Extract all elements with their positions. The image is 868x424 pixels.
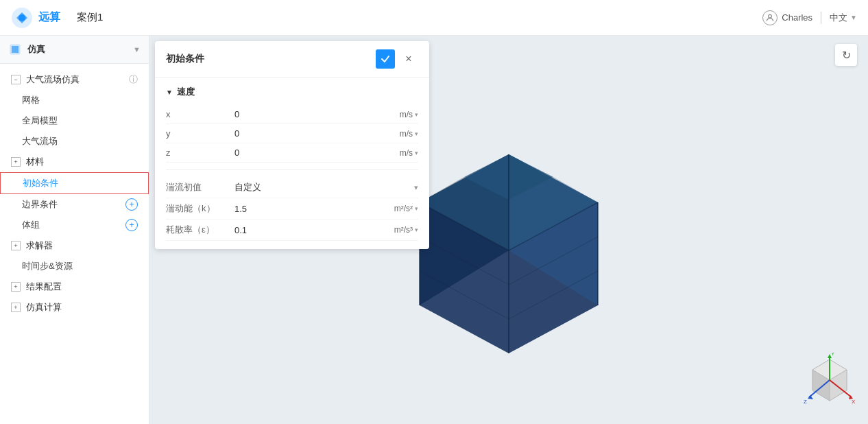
sidebar-item-label: 全局模型 — [22, 115, 58, 127]
field-row-z: z 0 m/s ▾ — [166, 143, 418, 163]
case-title: 案例1 — [77, 11, 103, 24]
field-value-x[interactable]: 0 — [234, 109, 400, 119]
field-label-k: 湍动能（k） — [166, 202, 234, 215]
panel-close-button[interactable]: × — [399, 49, 418, 69]
axis-cube-svg: Y Z X — [802, 353, 857, 408]
sidebar-item-initial-conditions[interactable]: 初始条件 — [0, 172, 149, 194]
field-label-epsilon: 耗散率（ε） — [166, 224, 234, 236]
close-icon: × — [405, 53, 411, 65]
sidebar-item-material[interactable]: + 材料 — [0, 152, 149, 172]
sidebar-item-solver[interactable]: + 求解器 — [0, 235, 149, 256]
sidebar-item-atm-flow[interactable]: 大气流场 — [0, 131, 149, 152]
add-boundary-icon[interactable]: + — [125, 198, 138, 211]
section-divider — [166, 169, 418, 170]
language-selector[interactable]: 中文 ▼ — [830, 12, 857, 24]
unit-text-epsilon: m²/s³ — [394, 225, 413, 235]
sidebar-item-sim-calc[interactable]: + 仿真计算 — [0, 297, 149, 318]
unit-text-y: m/s — [400, 129, 413, 139]
svg-text:Y: Y — [831, 353, 835, 357]
sidebar-item-label: 时间步&资源 — [22, 260, 73, 272]
svg-rect-4 — [12, 46, 19, 53]
expand-icon: + — [11, 282, 21, 292]
language-label: 中文 — [830, 12, 847, 24]
sidebar-cube-icon — [8, 43, 22, 56]
sidebar-item-label: 结果配置 — [26, 281, 62, 293]
field-label-z: z — [166, 148, 234, 158]
sidebar-item-global-model[interactable]: 全局模型 — [0, 110, 149, 131]
expand-icon: + — [11, 241, 21, 250]
sidebar-title: 仿真 — [27, 43, 128, 56]
check-icon — [381, 54, 390, 64]
field-row-k: 湍动能（k） 1.5 m²/s² ▾ — [166, 198, 418, 220]
sidebar-header: 仿真 ▼ — [0, 36, 149, 64]
expand-icon: + — [11, 157, 21, 167]
sidebar-item-label: 仿真计算 — [26, 301, 62, 314]
unit-chevron-k: ▾ — [415, 205, 418, 212]
svg-text:X: X — [852, 399, 856, 405]
field-unit-x[interactable]: m/s ▾ — [400, 110, 418, 119]
field-value-y[interactable]: 0 — [234, 128, 400, 139]
sidebar-item-result-config[interactable]: + 结果配置 — [0, 276, 149, 297]
unit-text-z: m/s — [400, 148, 413, 158]
field-label-x: x — [166, 109, 234, 119]
user-name: Charles — [782, 12, 812, 23]
turbulence-value[interactable]: 自定义 — [234, 181, 414, 193]
svg-point-2 — [769, 14, 772, 18]
header-divider — [821, 12, 821, 24]
chevron-icon: ▼ — [166, 89, 173, 96]
field-unit-z[interactable]: m/s ▾ — [400, 148, 418, 158]
expand-icon: + — [11, 303, 21, 312]
panel-confirm-button[interactable] — [376, 49, 395, 69]
initial-conditions-panel: 初始条件 × ▼ 速度 x 0 — [155, 41, 429, 249]
lang-chevron-icon: ▼ — [850, 14, 857, 21]
app-name: 远算 — [38, 10, 60, 25]
refresh-button[interactable]: ↻ — [835, 44, 857, 66]
refresh-icon: ↻ — [842, 49, 851, 62]
panel-title: 初始条件 — [166, 53, 376, 65]
header-right: Charles 中文 ▼ — [762, 10, 857, 25]
field-unit-y[interactable]: m/s ▾ — [400, 129, 418, 139]
turbulence-chevron-icon: ▾ — [414, 183, 418, 192]
sidebar-item-boundary-conditions[interactable]: 边界条件 + — [0, 194, 149, 215]
unit-text-k: m²/s² — [394, 204, 413, 213]
field-value-epsilon[interactable]: 0.1 — [234, 225, 394, 235]
field-row-epsilon: 耗散率（ε） 0.1 m²/s³ ▾ — [166, 220, 418, 241]
sidebar-item-label: 边界条件 — [22, 198, 58, 211]
field-row-y: y 0 m/s ▾ — [166, 124, 418, 143]
app-logo-icon — [11, 7, 33, 29]
svg-marker-30 — [808, 395, 813, 399]
field-value-k[interactable]: 1.5 — [234, 204, 394, 214]
axis-cube: Y Z X — [802, 353, 857, 408]
user-section[interactable]: Charles — [762, 10, 812, 25]
sidebar-item-body-group[interactable]: 体组 + — [0, 215, 149, 235]
content-area: ↻ Y Z X — [149, 36, 868, 424]
unit-chevron-z: ▾ — [415, 150, 418, 156]
svg-text:Z: Z — [804, 399, 807, 405]
panel-header: 初始条件 × — [155, 41, 429, 78]
info-icon: ⓘ — [129, 73, 138, 86]
logo: 远算 — [11, 7, 60, 29]
sidebar-item-label: 大气流场 — [22, 135, 58, 148]
sidebar-item-grid[interactable]: 网格 — [0, 90, 149, 110]
sidebar-item-atm-sim[interactable]: − 大气流场仿真 ⓘ — [0, 69, 149, 90]
field-value-z[interactable]: 0 — [234, 148, 400, 158]
sidebar-item-label: 求解器 — [26, 239, 53, 252]
sidebar-item-label: 体组 — [22, 219, 40, 231]
field-row-x: x 0 m/s ▾ — [166, 105, 418, 124]
field-unit-epsilon[interactable]: m²/s³ ▾ — [394, 225, 418, 235]
panel-body: ▼ 速度 x 0 m/s ▾ y 0 m/s — [155, 78, 429, 249]
expand-icon: − — [11, 75, 21, 84]
unit-chevron-y: ▾ — [415, 130, 418, 137]
unit-chevron-epsilon: ▾ — [415, 226, 418, 233]
sidebar-item-timestep[interactable]: 时间步&资源 — [0, 256, 149, 276]
header: 远算 案例1 Charles 中文 ▼ — [0, 0, 868, 36]
field-unit-k[interactable]: m²/s² ▾ — [394, 204, 418, 213]
sidebar-content: − 大气流场仿真 ⓘ 网格 全局模型 大气流场 + 材料 初始 — [0, 64, 149, 424]
unit-chevron-x: ▾ — [415, 111, 418, 118]
field-label-y: y — [166, 128, 234, 139]
sidebar-item-label: 初始条件 — [23, 177, 58, 189]
velocity-section-title[interactable]: ▼ 速度 — [166, 86, 418, 98]
turbulence-label: 湍流初值 — [166, 181, 234, 193]
add-body-group-icon[interactable]: + — [125, 219, 138, 231]
velocity-label: 速度 — [177, 86, 195, 98]
